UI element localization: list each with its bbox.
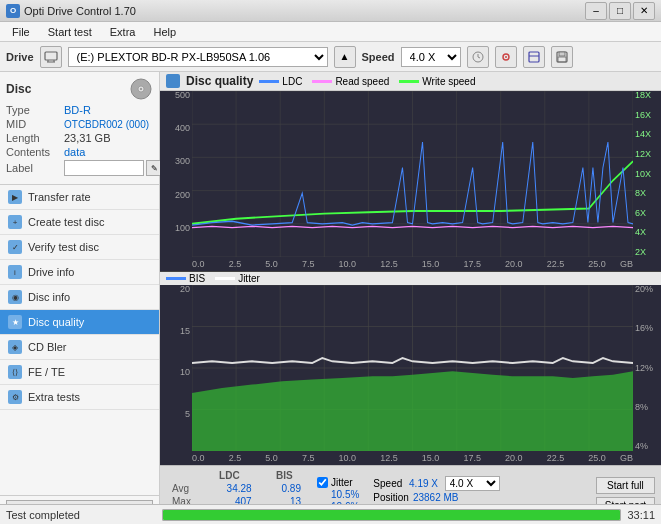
ldc-y-axis-right: 18X 16X 14X 12X 10X 8X 6X 4X 2X (633, 91, 661, 257)
chart-icon (166, 74, 180, 88)
jitter-checkbox[interactable] (317, 477, 328, 488)
svg-rect-0 (45, 52, 57, 60)
titlebar: O Opti Drive Control 1.70 – □ ✕ (0, 0, 661, 22)
sidebar: Disc Type BD-R MID OTCBDR002 (000) (0, 72, 160, 524)
app-title: O Opti Drive Control 1.70 (6, 4, 136, 18)
chart-header: Disc quality LDC Read speed Write speed (160, 72, 661, 91)
svg-rect-10 (559, 52, 565, 56)
sidebar-item-cd-bler[interactable]: ◈ CD Bler (0, 335, 159, 360)
bis-chart-area (192, 285, 633, 451)
speed-select-stats[interactable]: 4.0 X (445, 476, 500, 491)
drive-label: Drive (6, 51, 34, 63)
svg-point-14 (140, 88, 142, 90)
svg-point-6 (505, 56, 507, 58)
disc-title: Disc (6, 82, 31, 96)
bis-y-axis-left: 20 15 10 5 (160, 285, 192, 451)
legend-jitter: Jitter (215, 273, 260, 284)
main-layout: Disc Type BD-R MID OTCBDR002 (000) (0, 72, 661, 524)
jitter-avg: 10.5% (317, 489, 359, 500)
disc-type-row: Type BD-R (6, 104, 153, 116)
speed-row: Speed 4.19 X 4.0 X (373, 476, 499, 491)
drivebar: Drive (E:) PLEXTOR BD-R PX-LB950SA 1.06 … (0, 42, 661, 72)
time-display: 33:11 (627, 509, 655, 521)
settings-icon2[interactable] (523, 46, 545, 68)
menu-extra[interactable]: Extra (102, 24, 144, 40)
ldc-chart-area (192, 91, 633, 257)
menu-help[interactable]: Help (145, 24, 184, 40)
svg-rect-11 (558, 57, 566, 62)
start-full-button[interactable]: Start full (596, 477, 655, 494)
sidebar-item-transfer-rate[interactable]: ▶ Transfer rate (0, 185, 159, 210)
bis-svg (192, 285, 633, 451)
ldc-y-axis-left: 500 400 300 200 100 (160, 91, 192, 257)
transfer-rate-icon: ▶ (8, 190, 22, 204)
bis-chart: 20 15 10 5 20% 16% 12% 8% 4% (160, 285, 661, 465)
bis-y-axis-right: 20% 16% 12% 8% 4% (633, 285, 661, 451)
bottom-status-bar: Test completed 33:11 (0, 504, 661, 524)
settings-icon1[interactable] (495, 46, 517, 68)
eject-button[interactable]: ▲ (334, 46, 356, 68)
speed-select[interactable]: 4.0 X (401, 47, 461, 67)
sidebar-item-disc-quality[interactable]: ★ Disc quality (0, 310, 159, 335)
ldc-x-axis: 0.0 2.5 5.0 7.5 10.0 12.5 15.0 17.5 20.0… (192, 257, 633, 271)
position-row: Position 23862 MB (373, 492, 499, 503)
maximize-button[interactable]: □ (609, 2, 631, 20)
verify-test-disc-icon: ✓ (8, 240, 22, 254)
sidebar-item-verify-test-disc[interactable]: ✓ Verify test disc (0, 235, 159, 260)
app-icon: O (6, 4, 20, 18)
close-button[interactable]: ✕ (633, 2, 655, 20)
legend-ldc: LDC (259, 76, 302, 87)
window-controls: – □ ✕ (585, 2, 655, 20)
disc-panel: Disc Type BD-R MID OTCBDR002 (000) (0, 72, 159, 185)
progress-bar-inner (163, 510, 620, 520)
menu-start-test[interactable]: Start test (40, 24, 100, 40)
jitter-checkbox-row: Jitter (317, 477, 359, 488)
menubar: File Start test Extra Help (0, 22, 661, 42)
drive-icon-pc (40, 46, 62, 68)
disc-icon (129, 78, 153, 100)
disc-contents-row: Contents data (6, 146, 153, 158)
minimize-button[interactable]: – (585, 2, 607, 20)
sidebar-item-disc-info[interactable]: ◉ Disc info (0, 285, 159, 310)
ldc-chart: 500 400 300 200 100 18X 16X 14X 12X 10X (160, 91, 661, 272)
speed-label: Speed (362, 51, 395, 63)
sidebar-item-fe-te[interactable]: ⟨⟩ FE / TE (0, 360, 159, 385)
legend-read-speed: Read speed (312, 76, 389, 87)
legend-bis: BIS (166, 273, 205, 284)
disc-quality-icon: ★ (8, 315, 22, 329)
speed-icon (467, 46, 489, 68)
fe-te-icon: ⟨⟩ (8, 365, 22, 379)
drive-info-icon: i (8, 265, 22, 279)
progress-bar-outer (162, 509, 621, 521)
bis-x-axis: 0.0 2.5 5.0 7.5 10.0 12.5 15.0 17.5 20.0… (192, 451, 633, 465)
cd-bler-icon: ◈ (8, 340, 22, 354)
disc-mid-row: MID OTCBDR002 (000) (6, 118, 153, 130)
status-text: Test completed (6, 509, 156, 521)
svg-rect-7 (529, 52, 539, 62)
save-icon[interactable] (551, 46, 573, 68)
sidebar-item-extra-tests[interactable]: ⚙ Extra tests (0, 385, 159, 410)
extra-tests-icon: ⚙ (8, 390, 22, 404)
chart-legend: LDC Read speed Write speed (259, 76, 475, 87)
disc-label-row: Label ✎ (6, 160, 153, 176)
label-input[interactable] (64, 160, 144, 176)
drive-select[interactable]: (E:) PLEXTOR BD-R PX-LB950SA 1.06 (68, 47, 328, 67)
sidebar-item-create-test-disc[interactable]: + Create test disc (0, 210, 159, 235)
nav-items: ▶ Transfer rate + Create test disc ✓ Ver… (0, 185, 159, 495)
disc-info-icon: ◉ (8, 290, 22, 304)
disc-length-row: Length 23,31 GB (6, 132, 153, 144)
ldc-svg (192, 91, 633, 257)
menu-file[interactable]: File (4, 24, 38, 40)
bis-legend: BIS Jitter (160, 272, 661, 285)
legend-write-speed: Write speed (399, 76, 475, 87)
charts-area: 500 400 300 200 100 18X 16X 14X 12X 10X (160, 91, 661, 524)
sidebar-item-drive-info[interactable]: i Drive info (0, 260, 159, 285)
create-test-disc-icon: + (8, 215, 22, 229)
main-content: Disc quality LDC Read speed Write speed (160, 72, 661, 524)
